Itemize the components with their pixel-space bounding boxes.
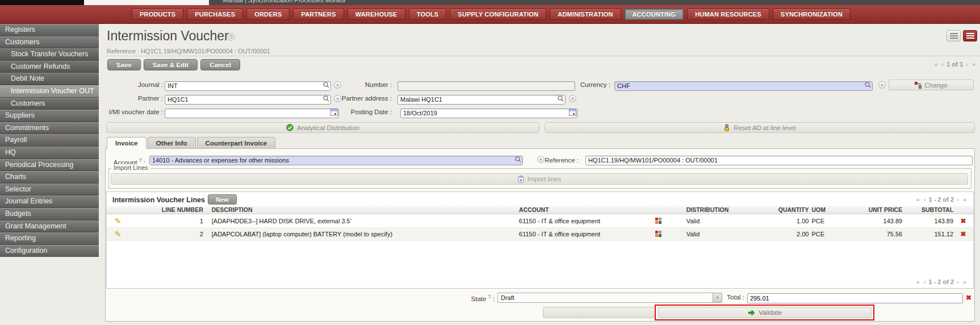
- sidebar-item-registers[interactable]: Registers: [0, 24, 99, 36]
- list-view-icon[interactable]: [947, 30, 961, 41]
- sidebar-item-configuration[interactable]: Configuration: [0, 245, 99, 257]
- currency-dropdown-icon[interactable]: ▾: [878, 81, 886, 89]
- menu-accounting[interactable]: ACCOUNTING: [625, 9, 684, 20]
- menu-products[interactable]: PRODUCTS: [132, 9, 183, 20]
- col-subtotal[interactable]: SUBTOTAL: [902, 206, 953, 213]
- form-view-icon[interactable]: [963, 30, 977, 41]
- col-account[interactable]: ACCOUNT: [512, 206, 648, 213]
- pager-first-icon[interactable]: «: [933, 61, 939, 68]
- sidebar-item-intermission-voucher-out[interactable]: Intermission Voucher OUT: [0, 85, 99, 98]
- delete-icon[interactable]: ✖: [966, 294, 971, 302]
- sidebar-item-selector[interactable]: Selector: [0, 184, 99, 196]
- new-line-button[interactable]: New: [208, 194, 237, 205]
- total-input[interactable]: [747, 293, 963, 303]
- col-uom[interactable]: UOM: [809, 206, 843, 213]
- menu-purchases[interactable]: PURCHASES: [187, 9, 243, 20]
- pager-next-icon[interactable]: ›: [965, 61, 969, 68]
- journal-input[interactable]: [165, 81, 331, 91]
- sidebar-item-payroll[interactable]: Payroll: [0, 134, 99, 147]
- col-line-number[interactable]: LINE NUMBER: [129, 206, 203, 213]
- edit-pencil-icon[interactable]: ✎: [107, 216, 129, 226]
- partner-input[interactable]: [165, 95, 331, 105]
- pager-last-icon[interactable]: »: [962, 278, 968, 285]
- menu-supply-configuration[interactable]: SUPPLY CONFIGURATION: [450, 9, 546, 20]
- sidebar-item-customers-sub[interactable]: Customers: [0, 98, 99, 110]
- table-row[interactable]: ✎ 2 [ADAPCOLABAT] (laptop computer) BATT…: [107, 228, 973, 241]
- sidebar-item-budgets[interactable]: Budgets: [0, 208, 99, 220]
- pager-last-icon[interactable]: »: [971, 61, 977, 68]
- menu-synchronization[interactable]: SYNCHRONIZATION: [773, 9, 851, 20]
- state-help-icon[interactable]: ?: [488, 294, 491, 299]
- search-icon[interactable]: [515, 156, 521, 163]
- invoice-reference-input[interactable]: [585, 156, 973, 165]
- save-button[interactable]: Save: [107, 59, 141, 70]
- sidebar-item-customers[interactable]: Customers: [0, 36, 99, 49]
- menu-human-resources[interactable]: HUMAN RESOURCES: [687, 9, 769, 20]
- account-input[interactable]: [149, 156, 523, 165]
- calendar-icon[interactable]: [569, 109, 576, 116]
- pager-last-icon[interactable]: »: [962, 196, 968, 203]
- col-distribution[interactable]: DISTRIBUTION: [668, 206, 748, 213]
- analytical-distribution-button[interactable]: Analytical Distribution: [106, 122, 539, 133]
- delete-icon[interactable]: ✖: [953, 217, 973, 225]
- posting-date-input[interactable]: [400, 109, 577, 118]
- pager-prev-icon[interactable]: ‹: [941, 61, 945, 68]
- edit-pencil-icon[interactable]: ✎: [107, 230, 129, 239]
- sidebar-item-commitments[interactable]: Commitments: [0, 122, 99, 135]
- menu-warehouse[interactable]: WAREHOUSE: [347, 9, 405, 20]
- state-select[interactable]: Draft ▾: [497, 293, 722, 303]
- col-unit-price[interactable]: UNIT PRICE: [843, 206, 902, 213]
- save-edit-button[interactable]: Save & Edit: [144, 59, 198, 70]
- imi-voucher-date-input[interactable]: [165, 109, 339, 118]
- tab-invoice[interactable]: Invoice: [107, 137, 146, 149]
- sidebar-item-hq[interactable]: HQ: [0, 147, 99, 159]
- sidebar-item-customer-refunds[interactable]: Customer Refunds: [0, 61, 99, 73]
- help-icon[interactable]: ?: [227, 33, 235, 41]
- number-input[interactable]: [397, 81, 575, 91]
- sidebar-item-suppliers[interactable]: Suppliers: [0, 110, 99, 122]
- distribution-icon[interactable]: [648, 231, 668, 238]
- pager-next-icon[interactable]: ›: [956, 196, 960, 203]
- table-row[interactable]: ✎ 1 [ADAPHDDE3--] HARD DISK DRIVE, exter…: [107, 215, 973, 228]
- partner-field-wrap: [165, 94, 331, 103]
- change-currency-button[interactable]: ⇅ Change: [889, 80, 974, 90]
- secondary-action-button[interactable]: [543, 307, 655, 318]
- pager-prev-icon[interactable]: ‹: [923, 196, 927, 203]
- menu-partners[interactable]: PARTNERS: [293, 9, 344, 20]
- sidebar-item-periodical-processing[interactable]: Periodical Processing: [0, 159, 99, 172]
- import-lines-button[interactable]: Import lines: [111, 173, 968, 185]
- tab-other-info[interactable]: Other Info: [148, 137, 196, 148]
- delete-icon[interactable]: ✖: [953, 230, 973, 238]
- validate-button[interactable]: Validate: [658, 307, 872, 318]
- sidebar-item-debit-note[interactable]: Debit Note: [0, 73, 99, 85]
- pager-first-icon[interactable]: «: [915, 196, 921, 203]
- cell-uom: PCE: [809, 231, 843, 238]
- pager-first-icon[interactable]: «: [915, 278, 921, 285]
- pager-prev-icon[interactable]: ‹: [923, 278, 927, 285]
- sidebar-item-stock-transfer-vouchers[interactable]: Stock Transfer Vouchers: [0, 48, 99, 61]
- menu-tools[interactable]: TOOLS: [409, 9, 447, 20]
- search-icon[interactable]: [865, 82, 871, 88]
- account-help-icon[interactable]: ?: [139, 157, 142, 163]
- search-icon[interactable]: [558, 95, 564, 102]
- cancel-button[interactable]: Cancel: [200, 59, 240, 70]
- cell-description: [ADAPCOLABAT] (laptop computer) BATTERY …: [203, 231, 512, 238]
- reset-ad-button[interactable]: Reset AD at line level: [545, 122, 975, 133]
- pager-next-icon[interactable]: ›: [956, 278, 960, 285]
- sidebar-item-charts[interactable]: Charts: [0, 171, 99, 184]
- distribution-icon[interactable]: [648, 218, 668, 225]
- currency-input[interactable]: [614, 81, 873, 91]
- tab-counterpart-invoice[interactable]: Counterpart Invoice: [197, 137, 276, 148]
- sidebar-item-journal-entries[interactable]: Journal Entries: [0, 195, 99, 208]
- cell-quantity: 2.00: [748, 231, 809, 238]
- search-icon[interactable]: [323, 82, 329, 88]
- col-description[interactable]: DESCRIPTION: [203, 206, 512, 213]
- validate-arrow-icon: [748, 309, 755, 316]
- sidebar-item-reporting[interactable]: Reporting: [0, 232, 99, 245]
- sidebar-item-grant-management[interactable]: Grant Management: [0, 220, 99, 233]
- menu-administration[interactable]: ADMINISTRATION: [550, 9, 621, 20]
- col-quantity[interactable]: QUANTITY: [748, 206, 809, 213]
- partner-address-input[interactable]: [397, 95, 566, 105]
- menu-orders[interactable]: ORDERS: [246, 9, 290, 20]
- partner-address-dropdown-icon[interactable]: ▾: [569, 95, 576, 102]
